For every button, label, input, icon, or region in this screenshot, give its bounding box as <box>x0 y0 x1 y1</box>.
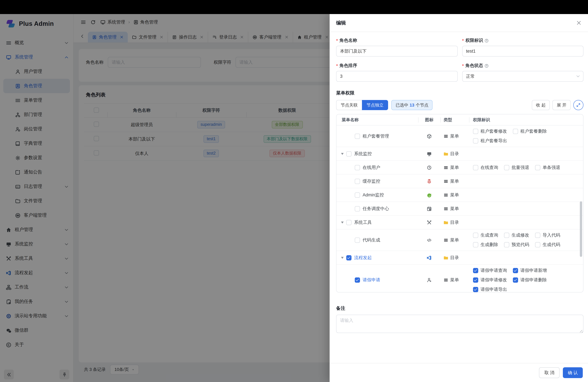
confirm-button[interactable]: 确 认 <box>563 367 583 378</box>
role-sort-input[interactable] <box>336 71 458 82</box>
tree-node-label[interactable]: 任务调度中心 <box>363 206 389 212</box>
expander-icon[interactable] <box>341 153 344 155</box>
tree-node-label[interactable]: 请假申请 <box>363 277 380 283</box>
tree-node-label[interactable]: 缓存监控 <box>363 178 380 184</box>
tree-header: 菜单名称 图标 类型 权限标识 <box>336 114 583 126</box>
tree-node-label[interactable]: 代码生成 <box>363 237 380 243</box>
close-icon[interactable] <box>576 20 582 25</box>
perm-checkbox-item[interactable]: 请假申请新增 <box>513 268 547 274</box>
perm-label: 预览代码 <box>512 242 529 248</box>
perm-checkbox-item[interactable]: 请假申请查询 <box>473 268 507 274</box>
node-mode-segment: 节点关联 节点独立 <box>336 100 388 110</box>
tree-node-label[interactable]: 系统监控 <box>354 151 372 157</box>
perm-checkbox-item[interactable]: 在线查询 <box>473 165 498 170</box>
selected-prefix: 已选中 <box>396 102 408 108</box>
perm-checkbox-item[interactable]: 请假申请修改 <box>473 277 507 283</box>
node-type: 目录 <box>440 219 469 225</box>
perm-checkbox-item[interactable]: 批量强退 <box>504 165 529 170</box>
perm-label: 批量强退 <box>512 165 529 170</box>
perm-checkbox-item[interactable]: 租户套餐导出 <box>473 138 507 144</box>
menu-type-icon <box>444 206 448 211</box>
field-role-status: *角色状态 <box>462 63 583 82</box>
perm-checkbox <box>513 268 518 273</box>
node-type: 菜单 <box>440 277 469 283</box>
perm-checkbox-item[interactable]: 租户套餐删除 <box>513 128 547 134</box>
package-icon <box>427 133 432 139</box>
role-name-input[interactable] <box>336 46 458 57</box>
perm-checkbox-item[interactable]: 生成代码 <box>535 242 560 248</box>
perm-checkbox-item[interactable]: 请假申请删除 <box>513 277 547 283</box>
tree-node-checkbox[interactable] <box>355 133 360 139</box>
perm-checkbox-item[interactable]: 生成修改 <box>504 232 529 238</box>
tree-row: 系统工具目录 <box>336 216 583 229</box>
node-type: 菜单 <box>440 237 469 243</box>
perm-label: 生成查询 <box>481 232 498 238</box>
perm-checkbox-item[interactable]: 生成删除 <box>473 242 498 248</box>
tree-node-checkbox[interactable] <box>346 151 352 156</box>
perm-checkbox-item[interactable]: 请假申请导出 <box>473 287 507 293</box>
role-name-label: 角色名称 <box>339 38 357 43</box>
expander-icon[interactable] <box>341 221 344 223</box>
menu-type-icon <box>444 134 448 138</box>
tree-node-label[interactable]: 租户套餐管理 <box>363 133 389 139</box>
selected-suffix: 个节点 <box>416 102 428 108</box>
role-status-select[interactable] <box>462 71 583 82</box>
collapse-all-button[interactable]: 收 起 <box>532 100 550 110</box>
remark-textarea[interactable] <box>336 315 583 333</box>
tree-node-label[interactable]: 流程发起 <box>354 255 372 261</box>
cancel-button[interactable]: 取 消 <box>539 367 560 378</box>
perm-checkbox <box>473 277 478 283</box>
menu-type-icon <box>444 179 448 184</box>
field-role-sort: *角色排序 <box>336 63 458 82</box>
perm-key-input[interactable] <box>462 46 583 57</box>
perm-checkbox-item[interactable]: 导入代码 <box>535 232 560 238</box>
menu-type-icon <box>444 278 448 282</box>
node-type: 目录 <box>440 151 469 157</box>
tree-body: 租户套餐管理菜单租户套餐修改租户套餐删除租户套餐导出系统监控目录在线用户菜单在线… <box>336 126 583 293</box>
tree-row: 请假申请菜单请假申请查询请假申请新增请假申请修改请假申请删除请假申请导出 <box>336 265 583 293</box>
tree-node-label[interactable]: 系统工具 <box>354 219 372 225</box>
help-icon[interactable] <box>484 64 489 68</box>
tree-row: 租户套餐管理菜单租户套餐修改租户套餐删除租户套餐导出 <box>336 126 583 147</box>
perm-label: 请假申请修改 <box>481 277 507 283</box>
expander-icon[interactable] <box>341 257 344 259</box>
menu-type-icon <box>444 165 448 170</box>
perm-checkbox-item[interactable]: 预览代码 <box>504 242 529 248</box>
tree-node-checkbox[interactable] <box>346 255 352 260</box>
tree-node-checkbox[interactable] <box>355 277 360 283</box>
perm-checkbox <box>504 233 509 238</box>
perm-checkbox-item[interactable]: 租户套餐修改 <box>473 128 507 134</box>
perm-label: 在线查询 <box>481 165 498 170</box>
tree-node-checkbox[interactable] <box>355 192 360 197</box>
perm-key-label: 权限标识 <box>465 38 483 43</box>
drawer-body: *角色名称 *权限标识 *角色排序 *角色状态 <box>330 32 588 382</box>
help-icon[interactable] <box>484 38 489 43</box>
perm-label: 生成修改 <box>512 232 529 238</box>
expand-all-button[interactable]: 展 开 <box>553 100 571 110</box>
tree-node-checkbox[interactable] <box>355 179 360 184</box>
perm-label: 租户套餐导出 <box>481 138 507 144</box>
node-linked-button[interactable]: 节点关联 <box>336 100 362 110</box>
tree-node-checkbox[interactable] <box>355 165 360 170</box>
perm-checkbox <box>504 165 509 170</box>
perm-label: 生成删除 <box>481 242 498 248</box>
tree-row: Admin监控菜单 <box>336 188 583 202</box>
menu-perm-tree: 菜单名称 图标 类型 权限标识 租户套餐管理菜单租户套餐修改租户套餐删除租户套餐… <box>336 114 583 293</box>
tree-node-label[interactable]: 在线用户 <box>363 165 380 170</box>
tree-node-checkbox[interactable] <box>346 220 352 225</box>
remark-label: 备注 <box>336 306 583 311</box>
node-independent-button[interactable]: 节点独立 <box>362 100 388 110</box>
scrollbar-thumb[interactable] <box>580 201 582 257</box>
perm-checkbox-item[interactable]: 生成查询 <box>473 232 498 238</box>
tree-node-label[interactable]: Admin监控 <box>363 192 384 198</box>
menu-perm-title: 菜单权限 <box>336 90 583 96</box>
tree-node-checkbox[interactable] <box>355 206 360 211</box>
fullscreen-tree-button[interactable] <box>573 100 583 110</box>
perm-label: 请假申请新增 <box>520 268 547 274</box>
perm-checkbox-item[interactable]: 单条强退 <box>535 165 560 170</box>
tree-node-checkbox[interactable] <box>355 237 360 243</box>
menu-type-icon <box>444 193 448 197</box>
selected-count-pill[interactable]: 已选中 13 个节点 <box>391 100 433 110</box>
modal-overlay[interactable] <box>0 14 330 382</box>
perm-label: 租户套餐修改 <box>481 128 507 134</box>
